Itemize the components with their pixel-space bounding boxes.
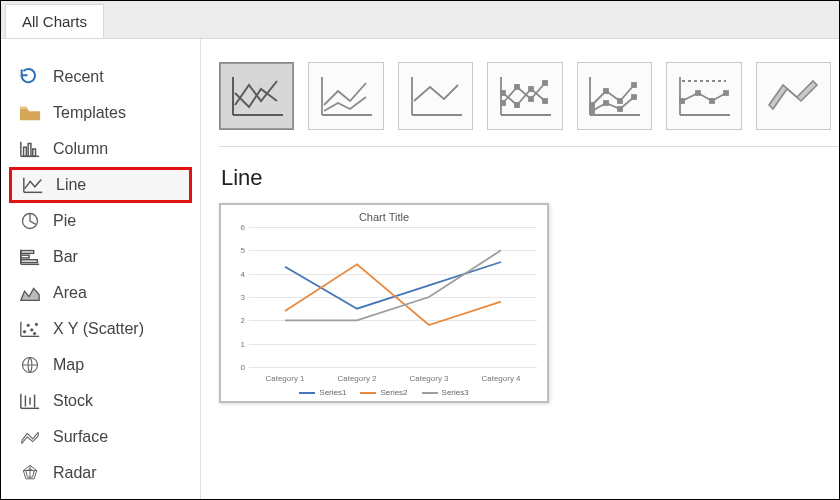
map-chart-icon bbox=[19, 355, 41, 375]
legend-item: Series1 bbox=[299, 388, 346, 397]
surface-chart-icon bbox=[19, 427, 41, 447]
svg-rect-63 bbox=[710, 99, 714, 103]
svg-rect-42 bbox=[529, 97, 533, 101]
svg-rect-11 bbox=[21, 255, 29, 258]
svg-rect-44 bbox=[501, 91, 505, 95]
svg-rect-64 bbox=[724, 91, 728, 95]
sidebar-item-label: Templates bbox=[53, 104, 126, 122]
sidebar-item-label: Surface bbox=[53, 428, 108, 446]
sidebar-item-label: Pie bbox=[53, 212, 76, 230]
svg-rect-2 bbox=[24, 147, 27, 156]
subtype-line[interactable] bbox=[219, 62, 294, 130]
subtype-line-markers[interactable] bbox=[487, 62, 562, 130]
svg-point-15 bbox=[23, 331, 25, 333]
sidebar-item-label: Line bbox=[56, 176, 86, 194]
y-tick: 6 bbox=[233, 223, 245, 232]
y-tick: 5 bbox=[233, 246, 245, 255]
svg-rect-4 bbox=[33, 149, 36, 156]
chart-type-sidebar: Recent Templates Column Line Pie bbox=[1, 39, 201, 499]
y-tick: 1 bbox=[233, 339, 245, 348]
y-tick: 3 bbox=[233, 293, 245, 302]
sidebar-item-label: Bar bbox=[53, 248, 78, 266]
svg-rect-47 bbox=[543, 99, 547, 103]
y-tick: 4 bbox=[233, 269, 245, 278]
chart-preview-title: Chart Title bbox=[231, 211, 537, 223]
svg-rect-56 bbox=[618, 107, 622, 111]
folder-icon bbox=[19, 103, 41, 123]
svg-rect-52 bbox=[618, 99, 622, 103]
svg-rect-50 bbox=[590, 103, 594, 107]
line-chart-icon bbox=[22, 175, 44, 195]
sidebar-item-line[interactable]: Line bbox=[9, 167, 192, 203]
svg-rect-46 bbox=[529, 87, 533, 91]
sidebar-item-column[interactable]: Column bbox=[9, 131, 192, 167]
stock-chart-icon bbox=[19, 391, 41, 411]
subtype-stacked-line[interactable] bbox=[308, 62, 383, 130]
selected-subtype-title: Line bbox=[221, 165, 839, 191]
line-subtype-row bbox=[219, 57, 839, 147]
sidebar-item-label: Column bbox=[53, 140, 108, 158]
svg-rect-40 bbox=[501, 101, 505, 105]
bar-chart-icon bbox=[19, 247, 41, 267]
subtype-100-stacked-line-markers[interactable] bbox=[666, 62, 741, 130]
svg-point-17 bbox=[31, 329, 33, 331]
column-chart-icon bbox=[19, 139, 41, 159]
sidebar-item-recent[interactable]: Recent bbox=[9, 59, 192, 95]
sidebar-item-label: X Y (Scatter) bbox=[53, 320, 144, 338]
sidebar-item-surface[interactable]: Surface bbox=[9, 419, 192, 455]
sidebar-item-map[interactable]: Map bbox=[9, 347, 192, 383]
subtype-stacked-line-markers[interactable] bbox=[577, 62, 652, 130]
svg-rect-43 bbox=[543, 81, 547, 85]
sidebar-item-label: Recent bbox=[53, 68, 104, 86]
sidebar-item-templates[interactable]: Templates bbox=[9, 95, 192, 131]
svg-rect-53 bbox=[632, 83, 636, 87]
sidebar-item-label: Radar bbox=[53, 464, 97, 482]
x-tick: Category 3 bbox=[409, 374, 448, 383]
subtype-3d-line[interactable] bbox=[756, 62, 831, 130]
tab-bar: All Charts bbox=[1, 1, 839, 39]
svg-rect-62 bbox=[696, 91, 700, 95]
tab-all-charts[interactable]: All Charts bbox=[5, 4, 104, 38]
sidebar-item-scatter[interactable]: X Y (Scatter) bbox=[9, 311, 192, 347]
subtype-100-stacked-line[interactable] bbox=[398, 62, 473, 130]
x-tick: Category 4 bbox=[481, 374, 520, 383]
sidebar-item-label: Area bbox=[53, 284, 87, 302]
svg-rect-10 bbox=[21, 251, 34, 254]
svg-rect-54 bbox=[590, 109, 594, 113]
svg-rect-55 bbox=[604, 101, 608, 105]
sidebar-item-bar[interactable]: Bar bbox=[9, 239, 192, 275]
legend-item: Series2 bbox=[360, 388, 407, 397]
x-tick: Category 1 bbox=[265, 374, 304, 383]
svg-rect-61 bbox=[680, 99, 684, 103]
svg-rect-41 bbox=[515, 85, 519, 89]
main-panel: Line Chart Title 0123456Category 1Catego… bbox=[201, 39, 839, 499]
area-chart-icon bbox=[19, 283, 41, 303]
x-tick: Category 2 bbox=[337, 374, 376, 383]
y-tick: 0 bbox=[233, 363, 245, 372]
radar-chart-icon bbox=[19, 463, 41, 483]
scatter-chart-icon bbox=[19, 319, 41, 339]
legend-item: Series3 bbox=[422, 388, 469, 397]
svg-rect-45 bbox=[515, 103, 519, 107]
sidebar-item-radar[interactable]: Radar bbox=[9, 455, 192, 491]
chart-preview[interactable]: Chart Title 0123456Category 1Category 2C… bbox=[219, 203, 549, 403]
svg-point-16 bbox=[27, 324, 29, 326]
svg-rect-3 bbox=[28, 144, 31, 157]
svg-point-18 bbox=[35, 323, 37, 325]
sidebar-item-label: Stock bbox=[53, 392, 93, 410]
svg-rect-12 bbox=[21, 260, 38, 263]
sidebar-item-label: Map bbox=[53, 356, 84, 374]
sidebar-item-area[interactable]: Area bbox=[9, 275, 192, 311]
chart-legend: Series1Series2Series3 bbox=[221, 388, 547, 397]
sidebar-item-stock[interactable]: Stock bbox=[9, 383, 192, 419]
y-tick: 2 bbox=[233, 316, 245, 325]
chart-plot-area: 0123456Category 1Category 2Category 3Cat… bbox=[249, 227, 537, 367]
svg-rect-51 bbox=[604, 89, 608, 93]
sidebar-item-pie[interactable]: Pie bbox=[9, 203, 192, 239]
recent-icon bbox=[19, 67, 41, 87]
pie-chart-icon bbox=[19, 211, 41, 231]
svg-point-19 bbox=[33, 332, 35, 334]
svg-rect-57 bbox=[632, 95, 636, 99]
